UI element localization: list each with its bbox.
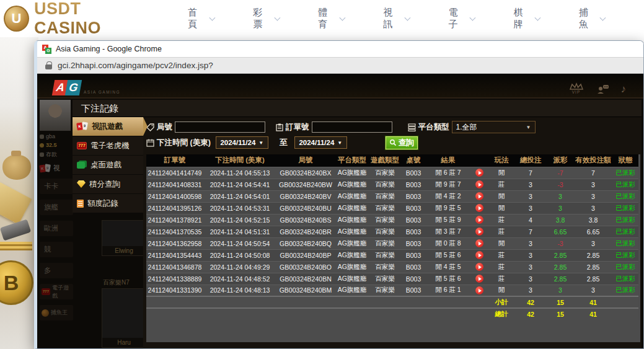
cell-bet: 閒 xyxy=(488,202,514,214)
replay-button[interactable] xyxy=(475,192,483,200)
site-nav-item-6[interactable]: 捕魚 xyxy=(579,7,605,30)
cell-status: 已派彩 xyxy=(612,226,638,237)
cell-result: 閒 9 莊 5 xyxy=(426,202,470,214)
cell-time: 2024-11-24 04:48:52 xyxy=(203,273,276,285)
search-button[interactable]: 查詢 xyxy=(386,136,418,149)
cell-valid: 3 xyxy=(574,285,612,296)
casino-background-art: B xyxy=(0,37,38,349)
round-number-input[interactable] xyxy=(175,121,265,133)
replay-button[interactable] xyxy=(475,251,483,259)
vip-icon[interactable]: VIP xyxy=(569,82,584,95)
cell-bet: 莊 xyxy=(488,249,514,261)
balance-row: 32.5 xyxy=(40,142,73,148)
col-header-valid: 有效投注額 xyxy=(574,154,612,167)
cell-table_no: B003 xyxy=(400,202,426,214)
site-nav-item-5[interactable]: 棋牌 xyxy=(514,7,540,30)
menu-item-slot-machines[interactable]: 777電子老虎機 xyxy=(73,136,143,155)
cell-replay xyxy=(470,237,488,249)
cell-game: 百家樂 xyxy=(369,226,400,237)
music-icon[interactable]: ♪ xyxy=(621,84,627,94)
replay-button[interactable] xyxy=(475,180,483,188)
cell-order: 241124041414749 xyxy=(146,167,203,179)
site-nav-item-3[interactable]: 視訊 xyxy=(383,7,409,30)
cell-round: GB00324B240BP xyxy=(276,249,335,261)
records-table-zone: 訂單號下注時間 (美東)局號平台類型遊戲類型桌號結果玩法總投注派彩有效投注額狀態… xyxy=(146,154,640,342)
table-row: 2411240414005982024-11-24 04:54:01GB0032… xyxy=(146,190,638,202)
col-header-round: 局號 xyxy=(276,154,335,167)
cell-game: 百家樂 xyxy=(369,249,400,261)
slot-machine-icon: 777 xyxy=(77,142,87,149)
replay-button[interactable] xyxy=(475,216,483,224)
replay-button[interactable] xyxy=(475,169,483,177)
ag-logo-subtext: ASIA GAMING xyxy=(84,90,120,94)
site-nav-item-0[interactable]: 首頁 xyxy=(188,7,214,30)
cell-platform: AG旗艦廳 xyxy=(335,190,369,202)
subtotal-row-total: 42 xyxy=(514,296,547,308)
table-row: 2411240413544432024-11-24 04:50:08GB0032… xyxy=(146,249,638,261)
replay-button[interactable] xyxy=(475,263,483,271)
lock-icon xyxy=(45,64,52,69)
cell-payout: -3 xyxy=(547,179,574,190)
col-header-game: 遊戲類型 xyxy=(369,154,400,167)
cell-total: 7 xyxy=(514,167,547,179)
username-row: gba xyxy=(40,133,73,139)
deposit-button: 存款 xyxy=(40,151,73,159)
menu-item-table-games[interactable]: 桌面遊戲 xyxy=(73,156,143,174)
replay-button[interactable] xyxy=(475,228,483,236)
cell-time: 2024-11-24 04:48:13 xyxy=(203,285,276,296)
cell-result: 閒 9 莊 7 xyxy=(426,179,470,190)
col-header-result: 結果 xyxy=(426,154,470,167)
cell-round: GB00324B240BQ xyxy=(276,237,335,249)
cell-time: 2024-11-24 04:50:08 xyxy=(203,249,276,261)
replay-button[interactable] xyxy=(475,286,483,294)
cell-table_no: B003 xyxy=(400,285,426,296)
modal-body: 9K視訊遊戲777電子老虎機桌面遊戲積分查詢額度記錄 局號 訂單號 xyxy=(73,117,642,348)
cell-payout: 2.85 xyxy=(547,261,574,273)
col-header-order: 訂單號 xyxy=(146,154,203,167)
table-games-icon xyxy=(77,162,85,169)
modal-title: 下注記錄 xyxy=(73,100,642,117)
calendar-icon xyxy=(146,139,154,147)
menu-item-video-games[interactable]: 9K視訊遊戲 xyxy=(73,117,143,136)
date-to-select[interactable]: 2024/11/24 ▼ xyxy=(294,136,347,149)
replay-button[interactable] xyxy=(475,204,483,212)
gem-icon xyxy=(77,180,86,188)
cell-replay xyxy=(470,249,488,261)
chrome-address-bar[interactable]: gci.2hhapi.com/agingame/pcv2/index.jsp? xyxy=(37,57,643,74)
cell-order: 241124041408331 xyxy=(146,179,203,190)
cell-platform: AG旗艦廳 xyxy=(335,214,369,226)
site-nav-item-2[interactable]: 體育 xyxy=(318,7,344,30)
modal-content: 局號 訂單號 平台類型 xyxy=(143,117,642,348)
site-logo[interactable]: U USDT CASINO xyxy=(4,0,149,38)
cell-status: 已派彩 xyxy=(612,237,638,249)
ag-header-icons: VIP ♪ xyxy=(569,82,627,95)
cell-status: 已派彩 xyxy=(612,285,638,296)
cell-result: 閒 5 莊 6 xyxy=(426,249,470,261)
menu-item-points-query[interactable]: 積分查詢 xyxy=(73,175,143,193)
cell-payout: 3 xyxy=(547,202,574,214)
col-header-platform: 平台類型 xyxy=(335,154,369,167)
subtotal-row: 小計421541 xyxy=(146,296,638,308)
col-header-status: 狀態 xyxy=(612,154,638,167)
modal-menu: 9K視訊遊戲777電子老虎機桌面遊戲積分查詢額度記錄 xyxy=(73,117,143,348)
cell-valid: 2.85 xyxy=(574,273,612,285)
cell-platform: AG旗艦廳 xyxy=(335,261,369,273)
menu-item-quota-records[interactable]: 額度記錄 xyxy=(73,194,143,213)
cell-valid: 7 xyxy=(574,167,612,179)
cell-replay xyxy=(470,190,488,202)
grand-total-row-total: 42 xyxy=(514,308,547,320)
replay-button[interactable] xyxy=(475,275,483,283)
platform-type-label: 平台類型 xyxy=(408,122,449,133)
lobby-nav-item-4: 多 xyxy=(40,263,73,278)
cell-order: 241124041331390 xyxy=(146,285,203,296)
order-number-input[interactable] xyxy=(312,121,392,133)
customer-service-icon[interactable] xyxy=(596,84,609,94)
site-logo-icon: U xyxy=(4,6,29,32)
date-from-select[interactable]: 2024/11/24 ▼ xyxy=(216,136,268,149)
site-nav-item-4[interactable]: 電子 xyxy=(449,7,475,30)
platform-type-select[interactable]: 1.全部 ▼ xyxy=(452,121,536,133)
cell-game: 百家樂 xyxy=(369,214,400,226)
replay-button[interactable] xyxy=(475,239,483,247)
site-nav-item-1[interactable]: 彩票 xyxy=(253,7,279,30)
cell-game: 百家樂 xyxy=(369,261,400,273)
